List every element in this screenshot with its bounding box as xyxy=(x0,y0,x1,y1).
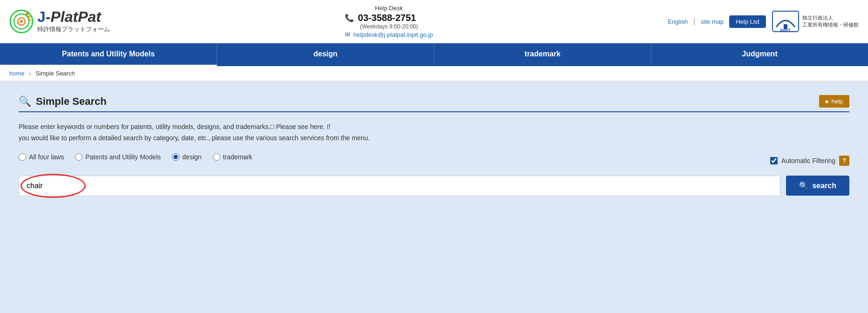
radio-all-four-laws[interactable]: All four laws xyxy=(19,153,64,161)
nav-item-design[interactable]: design xyxy=(217,43,434,66)
breadcrumb-separator: › xyxy=(29,70,31,77)
breadcrumb-home[interactable]: home xyxy=(9,70,25,77)
search-submit-button[interactable]: 🔍 search xyxy=(786,176,849,196)
svg-point-5 xyxy=(27,15,30,18)
help-list-button[interactable]: Help List xyxy=(729,15,766,28)
logo-area: J-PlatPat 特許情報プラットフォーム xyxy=(9,9,110,34)
logo-icon xyxy=(9,9,34,34)
page-title-text: Simple Search xyxy=(36,95,107,108)
radio-patents-label: Patents and Utility Models xyxy=(85,153,161,161)
auto-filtering-label: Automatic Filtering xyxy=(781,157,835,164)
controls-row: All four laws Patents and Utility Models… xyxy=(19,153,849,168)
radio-group: All four laws Patents and Utility Models… xyxy=(19,153,253,161)
svg-point-6 xyxy=(29,19,31,21)
search-submit-label: search xyxy=(812,182,836,190)
radio-trademark[interactable]: trademark xyxy=(213,153,253,161)
radio-design-input[interactable] xyxy=(172,153,179,161)
inpit-text-line1: 独立行政法人 xyxy=(802,14,859,21)
header-right: English | site map Help List INPIT 独立行政法… xyxy=(668,10,859,33)
english-link[interactable]: English xyxy=(668,18,688,25)
radio-all-label: All four laws xyxy=(29,153,64,161)
site-map-link[interactable]: site map xyxy=(701,18,724,25)
description-text-2: you would like to perform a detailed sea… xyxy=(19,134,370,142)
nav-item-patents[interactable]: Patents and Utility Models xyxy=(0,43,217,66)
help-button[interactable]: help xyxy=(819,95,849,108)
nav-bar: Patents and Utility Models design tradem… xyxy=(0,43,868,66)
radio-patents[interactable]: Patents and Utility Models xyxy=(75,153,161,161)
description-link[interactable]: If xyxy=(327,123,330,130)
radio-all-input[interactable] xyxy=(19,153,26,161)
logo-tagline: 特許情報プラットフォーム xyxy=(37,25,110,34)
mail-icon: ✉ xyxy=(345,31,350,38)
inpit-icon: INPIT xyxy=(772,10,800,33)
phone-icon: 📞 xyxy=(345,14,354,22)
search-input-wrapper xyxy=(19,176,780,196)
phone-number: 03-3588-2751 xyxy=(358,13,416,23)
svg-text:INPIT: INPIT xyxy=(780,28,791,33)
radio-design[interactable]: design xyxy=(172,153,201,161)
helpdesk-email[interactable]: helpdesk@j-platpat.inpit.go.jp xyxy=(353,31,433,38)
breadcrumb: home › Simple Search xyxy=(0,66,868,81)
header-center: Help Desk 📞 03-3588-2751 (Weekdays 9:00-… xyxy=(345,5,433,38)
search-panel: 🔍 Simple Search help Please enter keywor… xyxy=(19,95,849,196)
page-title: 🔍 Simple Search xyxy=(19,95,107,108)
radio-patents-input[interactable] xyxy=(75,153,82,161)
description: Please enter keywords or numbers for pat… xyxy=(19,122,849,144)
auto-filtering-help-button[interactable]: ? xyxy=(839,156,849,166)
search-submit-icon: 🔍 xyxy=(799,181,808,190)
helpdesk-label: Help Desk xyxy=(345,5,433,12)
auto-filter-row: Automatic Filtering ? xyxy=(770,156,849,166)
helpdesk-hours: (Weekdays 9:00-20:00) xyxy=(345,23,433,30)
svg-point-4 xyxy=(26,13,28,15)
breadcrumb-current: Simple Search xyxy=(35,70,75,77)
nav-item-judgment[interactable]: Judgment xyxy=(651,43,868,66)
radio-trademark-input[interactable] xyxy=(213,153,220,161)
description-text-1: Please enter keywords or numbers for pat… xyxy=(19,123,327,130)
svg-point-3 xyxy=(20,20,23,23)
search-input[interactable] xyxy=(19,176,780,196)
radio-design-label: design xyxy=(182,153,201,161)
header: J-PlatPat 特許情報プラットフォーム Help Desk 📞 03-35… xyxy=(0,0,868,43)
nav-item-trademark[interactable]: trademark xyxy=(434,43,651,66)
inpit-text-line2: 工業所有権情報・研修館 xyxy=(802,21,859,28)
auto-filtering-checkbox[interactable] xyxy=(770,157,778,164)
page-title-row: 🔍 Simple Search help xyxy=(19,95,849,112)
search-input-row: 🔍 search xyxy=(19,176,849,196)
main-content: 🔍 Simple Search help Please enter keywor… xyxy=(0,81,868,313)
logo-text: J-PlatPat xyxy=(37,9,110,24)
inpit-logo: INPIT 独立行政法人 工業所有権情報・研修館 xyxy=(772,10,859,33)
radio-trademark-label: trademark xyxy=(223,153,253,161)
search-icon-large: 🔍 xyxy=(19,95,31,108)
